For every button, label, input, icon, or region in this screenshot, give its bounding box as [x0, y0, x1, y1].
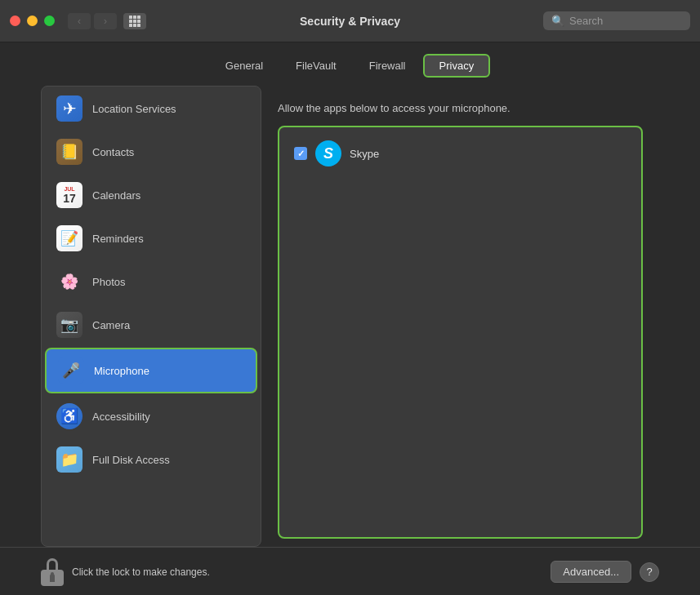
skype-app-name: Skype: [350, 148, 379, 160]
title-bar: ‹ › Security & Privacy 🔍: [0, 0, 700, 42]
sidebar-label-fulldisk: Full Disk Access: [92, 454, 170, 466]
close-button[interactable]: [10, 16, 20, 26]
sidebar-label-photos: Photos: [92, 276, 125, 288]
tabs-bar: General FileVault Firewall Privacy: [0, 42, 700, 86]
panel-description: Allow the apps below to access your micr…: [278, 102, 643, 114]
sidebar-item-reminders[interactable]: 📝 Reminders: [45, 217, 257, 260]
maximize-button[interactable]: [44, 16, 55, 26]
lock-icon: [41, 558, 64, 586]
photos-icon: 🌸: [56, 269, 82, 295]
sidebar-item-microphone[interactable]: 🎤 Microphone: [45, 348, 257, 393]
lock-area[interactable]: Click the lock to make changes.: [41, 558, 210, 586]
fulldisk-icon: 📁: [56, 446, 82, 473]
contacts-icon: 📒: [56, 139, 82, 165]
location-icon: ✈: [56, 95, 82, 122]
search-input[interactable]: [569, 15, 682, 27]
tab-general[interactable]: General: [210, 55, 279, 77]
tab-firewall[interactable]: Firewall: [354, 55, 421, 77]
microphone-icon: 🎤: [58, 357, 84, 384]
accessibility-icon: ♿: [56, 403, 82, 429]
footer: Click the lock to make changes. Advanced…: [0, 547, 700, 595]
sidebar-item-camera[interactable]: 📷 Camera: [45, 304, 257, 346]
sidebar-label-camera: Camera: [92, 319, 130, 331]
help-button[interactable]: ?: [640, 562, 659, 582]
sidebar-item-photos[interactable]: 🌸 Photos: [45, 260, 257, 303]
tab-privacy[interactable]: Privacy: [423, 54, 491, 78]
search-bar[interactable]: 🔍: [543, 11, 690, 30]
tab-filevault[interactable]: FileVault: [280, 55, 352, 77]
lock-text: Click the lock to make changes.: [72, 566, 210, 578]
main-content: ✈ Location Services 📒 Contacts JUL 17 Ca…: [41, 86, 659, 547]
sidebar-item-accessibility[interactable]: ♿ Accessibility: [45, 395, 257, 437]
sidebar: ✈ Location Services 📒 Contacts JUL 17 Ca…: [41, 86, 261, 547]
nav-buttons: ‹ ›: [68, 13, 117, 29]
sidebar-label-contacts: Contacts: [92, 146, 134, 158]
window-title: Security & Privacy: [300, 15, 400, 28]
sidebar-label-calendars: Calendars: [92, 189, 140, 202]
traffic-lights: [10, 16, 55, 26]
sidebar-item-calendars[interactable]: JUL 17 Calendars: [45, 174, 257, 216]
calendars-icon: JUL 17: [56, 182, 82, 208]
sidebar-item-contacts[interactable]: 📒 Contacts: [45, 131, 257, 173]
back-button[interactable]: ‹: [68, 13, 91, 29]
grid-icon: [129, 16, 140, 27]
sidebar-label-microphone: Microphone: [94, 365, 149, 377]
search-icon: 🔍: [551, 15, 564, 27]
skype-checkbox[interactable]: [294, 147, 307, 160]
sidebar-item-fulldisk[interactable]: 📁 Full Disk Access: [45, 438, 257, 481]
advanced-button[interactable]: Advanced...: [551, 561, 631, 583]
skype-icon: S: [315, 140, 341, 167]
sidebar-item-location[interactable]: ✈ Location Services: [45, 87, 257, 130]
sidebar-label-location: Location Services: [92, 103, 176, 115]
right-panel: Allow the apps below to access your micr…: [261, 86, 659, 547]
apps-list: S Skype: [278, 126, 643, 539]
footer-right: Advanced... ?: [551, 561, 659, 583]
list-item[interactable]: S Skype: [286, 134, 635, 173]
app-grid-button[interactable]: [123, 13, 146, 29]
forward-button[interactable]: ›: [94, 13, 117, 29]
sidebar-label-accessibility: Accessibility: [92, 411, 150, 423]
camera-icon: 📷: [56, 312, 82, 338]
minimize-button[interactable]: [27, 16, 38, 26]
sidebar-label-reminders: Reminders: [92, 233, 144, 245]
reminders-icon: 📝: [56, 225, 82, 251]
